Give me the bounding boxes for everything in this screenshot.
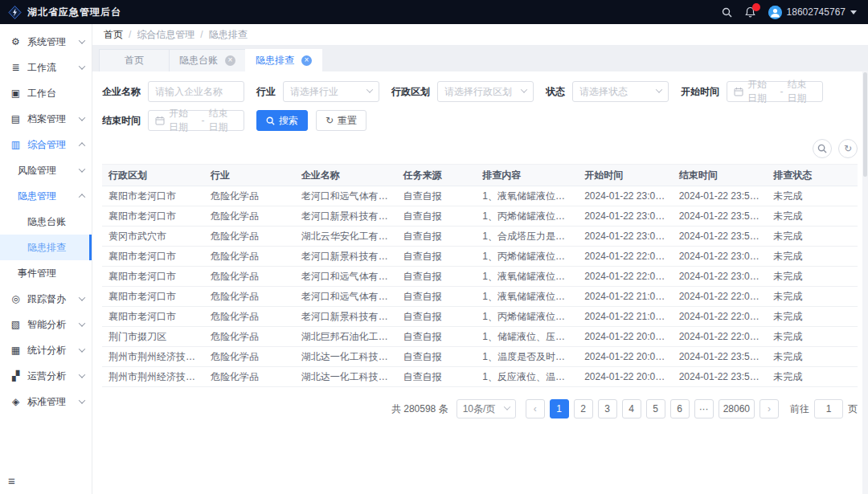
sidebar-item-label: 综合管理 bbox=[27, 138, 80, 152]
sidebar: ⚙系统管理≣工作流▣工作台▤档案管理▥综合管理风险管理隐患管理隐患台账隐患排查事… bbox=[0, 24, 92, 494]
sidebar-item-label: 事件管理 bbox=[18, 267, 84, 280]
table-cell: 老河口新景科技有限责任... bbox=[295, 247, 397, 267]
filter-label: 开始时间 bbox=[681, 85, 719, 99]
search-button-label: 搜索 bbox=[279, 114, 298, 128]
sidebar-item-label: 标准管理 bbox=[27, 395, 80, 409]
column-header: 结束时间 bbox=[673, 165, 768, 186]
page-size-select[interactable]: 10条/页 bbox=[457, 399, 516, 418]
chevron-up-icon bbox=[79, 142, 85, 149]
pagination-total: 共 280598 条 bbox=[391, 402, 448, 416]
filter-label: 结束时间 bbox=[102, 114, 141, 128]
calendar-icon bbox=[734, 87, 743, 96]
table-cell: 自查自报 bbox=[397, 206, 477, 227]
page-button-2[interactable]: 2 bbox=[574, 399, 593, 418]
filter-select-status[interactable]: 请选择状态 bbox=[572, 81, 669, 102]
jump-page-input[interactable] bbox=[814, 399, 843, 418]
table-cell: 荆州市荆州经济技术开发区 bbox=[102, 367, 204, 387]
table-cell: 老河口新景科技有限责任... bbox=[295, 307, 397, 327]
table-cell: 危险化学品 bbox=[204, 227, 295, 247]
table-cell: 自查自报 bbox=[397, 267, 477, 287]
filter-select-district[interactable]: 请选择行政区划 bbox=[437, 81, 534, 102]
sidebar-item-archive-management[interactable]: ▤档案管理 bbox=[0, 106, 92, 132]
sidebar-item-workbench[interactable]: ▣工作台 bbox=[0, 80, 92, 106]
sidebar-item-composite-management[interactable]: ▥综合管理 bbox=[0, 132, 92, 157]
filter-daterange-start-time[interactable]: 开始日期-结束日期 bbox=[727, 81, 823, 102]
page-button-28060[interactable]: 28060 bbox=[719, 399, 755, 418]
table-cell: 荆州市荆州经济技术开发区 bbox=[102, 347, 204, 367]
table-cell: 1、合成塔压力是否正常... bbox=[476, 227, 578, 247]
filter-field-industry: 行业请选择行业 bbox=[256, 81, 379, 102]
chevron-down-icon bbox=[79, 114, 85, 120]
page-button-4[interactable]: 4 bbox=[622, 399, 641, 418]
date-end-placeholder: 结束日期 bbox=[788, 78, 817, 105]
filter-input-company-name[interactable] bbox=[148, 81, 244, 102]
scrollbar-thumb[interactable] bbox=[863, 72, 867, 177]
refresh-table-button[interactable]: ↻ bbox=[838, 139, 858, 158]
workflow-icon: ≣ bbox=[10, 62, 22, 73]
sidebar-item-standard-management[interactable]: ◈标准管理 bbox=[0, 389, 92, 414]
table-cell: 危险化学品 bbox=[204, 206, 295, 227]
column-header: 任务来源 bbox=[397, 165, 477, 186]
table-cell: 未完成 bbox=[767, 367, 858, 387]
search-icon[interactable] bbox=[722, 7, 732, 18]
table-cell: 襄阳市老河口市 bbox=[102, 247, 204, 267]
page-button-5[interactable]: 5 bbox=[646, 399, 665, 418]
sidebar-item-event-management[interactable]: 事件管理 bbox=[0, 260, 92, 286]
table-cell: 危险化学品 bbox=[204, 247, 295, 267]
select-placeholder: 请选择行政区划 bbox=[444, 85, 512, 99]
page-button-3[interactable]: 3 bbox=[598, 399, 617, 418]
tab-hazard-inspection[interactable]: 隐患排查× bbox=[245, 49, 322, 71]
breadcrumb-item[interactable]: 综合信息管理 bbox=[137, 28, 194, 42]
more-pages-button[interactable]: ··· bbox=[694, 399, 714, 418]
table-cell: 危险化学品 bbox=[204, 347, 295, 367]
user-menu[interactable]: 18602745767 bbox=[768, 6, 857, 19]
table-cell: 2024-01-22 23:59:59 bbox=[673, 227, 768, 247]
prev-page-button[interactable]: ‹ bbox=[526, 399, 545, 418]
next-page-button[interactable]: › bbox=[760, 399, 779, 418]
breadcrumb-item: 隐患排查 bbox=[209, 28, 248, 42]
page-button-1[interactable]: 1 bbox=[550, 399, 569, 418]
sidebar-item-label: 工作流 bbox=[27, 61, 80, 75]
sidebar-item-tracking-supervision[interactable]: ◎跟踪督办 bbox=[0, 286, 92, 312]
sidebar-item-workflow[interactable]: ≣工作流 bbox=[0, 55, 92, 80]
table-cell: 自查自报 bbox=[397, 227, 477, 247]
table-cell: 湖北达一化工科技有限公司 bbox=[295, 347, 397, 367]
track-icon: ◎ bbox=[10, 293, 22, 304]
filter-select-industry[interactable]: 请选择行业 bbox=[283, 81, 379, 102]
search-button[interactable]: 搜索 bbox=[256, 110, 308, 131]
tab-home[interactable]: 首页 bbox=[99, 49, 170, 71]
sidebar-item-smart-analysis[interactable]: ▧智能分析 bbox=[0, 312, 92, 337]
page-button-6[interactable]: 6 bbox=[670, 399, 690, 418]
sidebar-item-hazard-inspection[interactable]: 隐患排查 bbox=[0, 235, 92, 260]
filter-field-end-time: 结束时间开始日期-结束日期 bbox=[102, 110, 244, 131]
collapse-sidebar-icon[interactable]: ≡ bbox=[8, 474, 15, 488]
notification-bell-icon[interactable] bbox=[745, 6, 755, 18]
scrollbar[interactable] bbox=[862, 71, 868, 494]
sidebar-item-statistics-analysis[interactable]: ▦统计分析 bbox=[0, 337, 92, 363]
table-cell: 湖北云华安化工有限公司 bbox=[295, 227, 397, 247]
table-cell: 老河口和远气体有限公司 bbox=[295, 287, 397, 307]
table-cell: 危险化学品 bbox=[204, 267, 295, 287]
sidebar-item-hazard-management[interactable]: 隐患管理 bbox=[0, 183, 92, 209]
reset-button[interactable]: ↻ 重置 bbox=[316, 110, 366, 131]
close-icon[interactable]: × bbox=[225, 55, 235, 66]
table-cell: 危险化学品 bbox=[204, 367, 295, 387]
table-cell: 2024-01-22 23:00:00 bbox=[578, 206, 673, 227]
refresh-icon: ↻ bbox=[326, 115, 334, 126]
filter-daterange-end-time[interactable]: 开始日期-结束日期 bbox=[148, 110, 244, 131]
filter-row-2: 结束时间开始日期-结束日期 搜索 ↻ 重置 bbox=[102, 110, 858, 131]
zoom-table-button[interactable] bbox=[813, 139, 832, 158]
page-size-value: 10条/页 bbox=[463, 402, 496, 416]
breadcrumb-item[interactable]: 首页 bbox=[104, 28, 123, 42]
close-icon[interactable]: × bbox=[301, 55, 312, 66]
tab-bar: 首页隐患台账×隐患排查× bbox=[92, 45, 868, 71]
tab-hazard-ledger[interactable]: 隐患台账× bbox=[169, 49, 246, 71]
jump-suffix-label: 页 bbox=[848, 402, 858, 416]
sidebar-item-system-management[interactable]: ⚙系统管理 bbox=[0, 29, 92, 55]
sidebar-item-hazard-ledger[interactable]: 隐患台账 bbox=[0, 209, 92, 235]
brand: 湖北省应急管理后台 bbox=[8, 6, 121, 19]
sidebar-item-operation-analysis[interactable]: ▞运营分析 bbox=[0, 363, 92, 389]
chevron-up-icon bbox=[79, 194, 85, 200]
sidebar-item-risk-management[interactable]: 风险管理 bbox=[0, 157, 92, 183]
content-panel: 企业名称行业请选择行业行政区划请选择行政区划状态请选择状态开始时间开始日期-结束… bbox=[92, 71, 868, 494]
